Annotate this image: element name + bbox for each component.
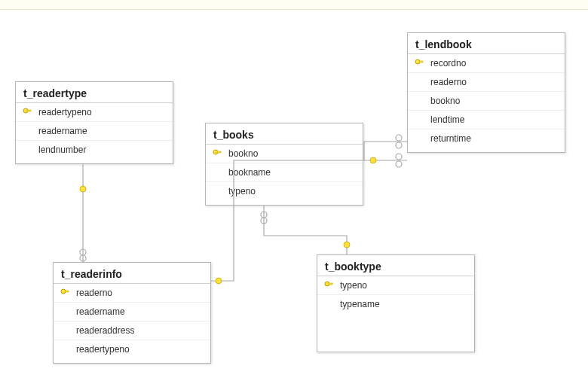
column-name: typename [335, 299, 380, 309]
svg-point-10 [80, 186, 86, 192]
svg-rect-5 [419, 61, 423, 62]
column-list: bookno bookname typeno [206, 145, 363, 200]
column-name: readeraddress [72, 325, 134, 336]
svg-point-12 [370, 157, 376, 163]
column-row[interactable]: readerno [54, 284, 210, 303]
column-name: readerno [426, 77, 467, 87]
entity-title: t_lendbook [408, 33, 565, 54]
column-name: recordno [426, 58, 466, 69]
entity-title: t_booktype [317, 255, 474, 276]
svg-point-11 [216, 278, 222, 284]
svg-rect-1 [27, 110, 31, 111]
column-name: bookname [224, 167, 271, 178]
column-row[interactable]: readertypeno [16, 103, 173, 122]
column-row[interactable]: readername [16, 122, 173, 141]
svg-rect-9 [329, 283, 332, 285]
column-name: typeno [224, 186, 256, 197]
column-name: typeno [335, 280, 367, 291]
svg-point-13 [344, 242, 350, 248]
column-name: lendnumber [34, 145, 86, 155]
rel-readertype-readerinfo [80, 164, 86, 262]
svg-rect-7 [65, 291, 69, 292]
column-row[interactable]: bookno [408, 92, 565, 111]
column-list: readertypeno readername lendnumber [16, 103, 173, 159]
rel-booktype-books [261, 206, 350, 254]
column-name: readerno [72, 288, 112, 298]
column-name: readername [72, 306, 125, 317]
column-row[interactable]: lendnumber [16, 141, 173, 159]
column-row[interactable]: bookname [206, 163, 363, 182]
entity-lendbook[interactable]: t_lendbook recordno readerno bookno lend… [407, 32, 565, 153]
column-name: readername [34, 126, 87, 136]
primary-key-icon [210, 149, 224, 158]
column-name: bookno [426, 96, 460, 106]
column-row[interactable]: readertypeno [54, 340, 210, 358]
column-row[interactable]: readerno [408, 73, 565, 92]
column-row[interactable]: typeno [317, 276, 474, 295]
entity-readertype[interactable]: t_readertype readertypeno readername len… [15, 81, 173, 164]
column-list: typeno typename [317, 276, 474, 313]
column-row[interactable]: recordno [408, 54, 565, 73]
column-name: returntime [426, 133, 471, 144]
column-row[interactable]: returntime [408, 129, 565, 148]
column-list: recordno readerno bookno lendtime return… [408, 54, 565, 148]
primary-key-icon [322, 281, 335, 290]
svg-rect-3 [217, 151, 221, 153]
column-row[interactable]: readeraddress [54, 321, 210, 340]
column-row[interactable]: typeno [206, 182, 363, 200]
entity-title: t_books [206, 123, 363, 145]
primary-key-icon [58, 288, 72, 297]
column-row[interactable]: lendtime [408, 111, 565, 129]
column-row[interactable]: readername [54, 303, 210, 321]
entity-title: t_readerinfo [54, 263, 210, 284]
primary-key-icon [20, 108, 34, 117]
rel-books-lendbook [364, 154, 407, 167]
er-diagram-canvas: t_readertype readertypeno readername len… [0, 9, 588, 390]
entity-booktype[interactable]: t_booktype typeno typename [317, 254, 475, 352]
entity-title: t_readertype [16, 82, 173, 103]
entity-books[interactable]: t_books bookno bookname typeno [205, 123, 363, 206]
column-name: lendtime [426, 114, 464, 125]
column-list: readerno readername readeraddress reader… [54, 284, 210, 358]
column-row[interactable]: bookno [206, 145, 363, 163]
entity-readerinfo[interactable]: t_readerinfo readerno readername readera… [53, 262, 211, 364]
primary-key-icon [412, 59, 426, 68]
column-name: readertypeno [34, 107, 92, 117]
column-name: readertypeno [72, 344, 130, 355]
column-row[interactable]: typename [317, 295, 474, 313]
column-name: bookno [224, 148, 258, 159]
